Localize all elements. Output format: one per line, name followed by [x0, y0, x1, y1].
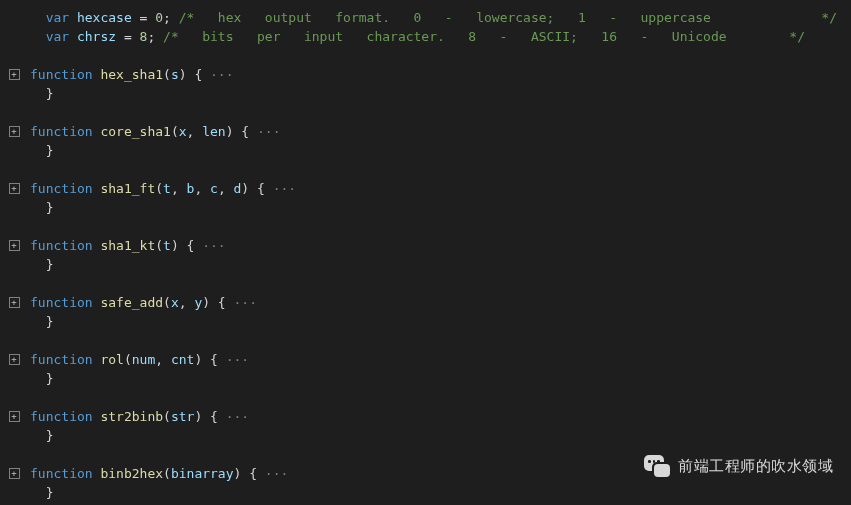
gutter: + [4, 354, 24, 365]
open-brace: { [241, 466, 257, 481]
close-brace: } [46, 86, 54, 101]
function-name: rol [100, 352, 123, 367]
keyword-function: function [30, 409, 93, 424]
param: t [163, 181, 171, 196]
fold-toggle[interactable]: + [9, 69, 20, 80]
param: s [171, 67, 179, 82]
function-name: safe_add [100, 295, 163, 310]
equals: = [116, 29, 139, 44]
indent [30, 257, 46, 272]
code-content: } [24, 426, 53, 445]
function-name: binb2hex [100, 466, 163, 481]
code-content: } [24, 369, 53, 388]
code-content: } [24, 483, 53, 502]
comma: , [179, 295, 195, 310]
indent [30, 314, 46, 329]
blank-line [0, 217, 851, 236]
code-content: } [24, 255, 53, 274]
function-signature-line: +function core_sha1(x, len) { ··· [0, 122, 851, 141]
param: len [202, 124, 225, 139]
code-content: function str2binb(str) { ··· [24, 407, 249, 426]
code-content: function rol(num, cnt) { ··· [24, 350, 249, 369]
function-close-line: } [0, 312, 851, 331]
code-content: function hex_sha1(s) { ··· [24, 65, 234, 84]
gutter: + [4, 240, 24, 251]
function-name: sha1_kt [100, 238, 155, 253]
indent [30, 428, 46, 443]
blank-line [0, 46, 851, 65]
collapsed-ellipsis[interactable]: ··· [265, 181, 296, 196]
keyword-var: var [46, 10, 69, 25]
comment-end: */ [789, 27, 805, 46]
close-paren: ) [226, 124, 234, 139]
comma: , [194, 181, 210, 196]
comment: /* hex output format. 0 - lowercase; 1 -… [179, 10, 711, 25]
indent [30, 371, 46, 386]
comma: , [171, 181, 187, 196]
open-brace: { [179, 238, 195, 253]
function-close-line: } [0, 141, 851, 160]
collapsed-ellipsis[interactable]: ··· [226, 295, 257, 310]
open-paren: ( [124, 352, 132, 367]
comma: , [187, 124, 203, 139]
collapsed-ellipsis[interactable]: ··· [257, 466, 288, 481]
collapsed-ellipsis[interactable]: ··· [202, 67, 233, 82]
blank-line [0, 331, 851, 350]
open-paren: ( [163, 295, 171, 310]
fold-toggle[interactable]: + [9, 126, 20, 137]
fold-toggle[interactable]: + [9, 411, 20, 422]
comment: /* bits per input character. 8 - ASCII; … [163, 29, 727, 44]
fold-toggle[interactable]: + [9, 468, 20, 479]
gutter: + [4, 297, 24, 308]
functions-container: +function hex_sha1(s) { ··· }+function c… [0, 65, 851, 502]
code-content: function sha1_ft(t, b, c, d) { ··· [24, 179, 296, 198]
open-brace: { [249, 181, 265, 196]
param: cnt [171, 352, 194, 367]
fold-toggle[interactable]: + [9, 354, 20, 365]
open-brace: { [187, 67, 203, 82]
param: c [210, 181, 218, 196]
comma: , [155, 352, 171, 367]
gutter: + [4, 183, 24, 194]
close-paren: ) [241, 181, 249, 196]
keyword-function: function [30, 352, 93, 367]
collapsed-ellipsis[interactable]: ··· [194, 238, 225, 253]
code-content: var chrsz = 8; /* bits per input charact… [24, 27, 727, 46]
param: x [179, 124, 187, 139]
open-brace: { [210, 295, 226, 310]
param: t [163, 238, 171, 253]
code-line-var: var chrsz = 8; /* bits per input charact… [0, 27, 851, 46]
function-signature-line: +function str2binb(str) { ··· [0, 407, 851, 426]
indent [30, 29, 46, 44]
blank-line [0, 388, 851, 407]
param: x [171, 295, 179, 310]
watermark-text: 前端工程师的吹水领域 [678, 457, 833, 476]
close-paren: ) [202, 295, 210, 310]
code-content: function safe_add(x, y) { ··· [24, 293, 257, 312]
equals: = [132, 10, 155, 25]
fold-toggle[interactable]: + [9, 240, 20, 251]
fold-toggle[interactable]: + [9, 297, 20, 308]
watermark: 前端工程师的吹水领域 [644, 455, 833, 477]
close-brace: } [46, 371, 54, 386]
gutter: + [4, 69, 24, 80]
collapsed-ellipsis[interactable]: ··· [218, 409, 249, 424]
open-brace: { [202, 352, 218, 367]
open-brace: { [234, 124, 250, 139]
code-content: } [24, 84, 53, 103]
param: str [171, 409, 194, 424]
var-name: chrsz [77, 29, 116, 44]
close-brace: } [46, 314, 54, 329]
open-brace: { [202, 409, 218, 424]
function-close-line: } [0, 483, 851, 502]
code-content: } [24, 312, 53, 331]
fold-toggle[interactable]: + [9, 183, 20, 194]
indent [30, 10, 46, 25]
close-paren: ) [179, 67, 187, 82]
code-content: function sha1_kt(t) { ··· [24, 236, 226, 255]
code-content: function core_sha1(x, len) { ··· [24, 122, 281, 141]
open-paren: ( [171, 124, 179, 139]
collapsed-ellipsis[interactable]: ··· [218, 352, 249, 367]
close-brace: } [46, 143, 54, 158]
collapsed-ellipsis[interactable]: ··· [249, 124, 280, 139]
